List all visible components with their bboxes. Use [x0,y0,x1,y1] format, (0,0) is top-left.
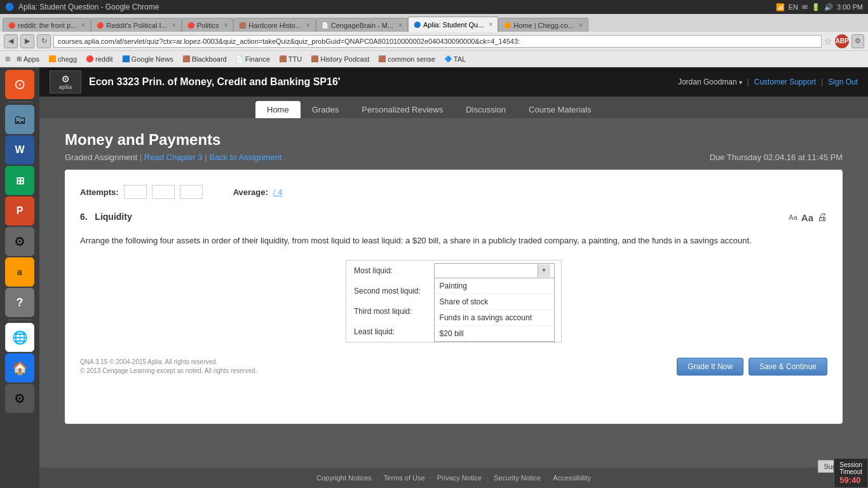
tab-reddit-front[interactable]: 🔴 reddit: the front p... × [3,18,91,32]
tab-discussion[interactable]: Discussion [454,101,517,118]
quiz-container: Attempts: Average: / 4 6. Liquidity Aa A… [65,170,843,424]
tab-reddit-political[interactable]: 🔴 Reddit's Political I... × [91,18,181,32]
ubuntu-icon[interactable]: ⊙ [5,70,34,99]
word-app-icon[interactable]: W [5,135,34,165]
attempt-box-3[interactable] [180,185,203,199]
terms-of-use-link[interactable]: Terms of Use [384,474,425,482]
amazon-app-icon[interactable]: a [5,257,34,287]
read-chapter-link[interactable]: Read Chapter 3 [144,152,203,162]
ttu-icon: 🟫 [279,55,287,62]
tab-close[interactable]: × [489,21,492,28]
history-podcast-icon: 🟫 [311,55,318,62]
files-app-icon[interactable]: 🗂 [5,105,34,134]
star-icon[interactable]: ☆ [824,36,832,46]
page-footer: Copyright Notices · Terms of Use · Priva… [39,468,868,488]
back-to-assignment-link[interactable]: Back to Assignment [209,152,281,162]
ppt-icon: P [17,205,24,217]
bookmark-chegg[interactable]: 🟧 chegg [46,54,79,64]
assignment-meta: Graded Assignment | Read Chapter 3 | Bac… [65,152,843,162]
extensions-btn[interactable]: ⚙ [851,34,864,48]
chrome-app-icon[interactable]: 🌐 [5,323,34,352]
tab-close[interactable]: × [579,22,583,29]
option-painting[interactable]: Painting [435,278,554,294]
system-tray: 📶 EN ✉ 🔋 🔊 3:00 PM [771,0,868,14]
tab-close[interactable]: × [224,22,228,29]
tab-politics[interactable]: 🔴 Politics × [182,18,234,32]
bookmark-apps[interactable]: ⊞ Apps [14,54,42,64]
tab-course-materials[interactable]: Course Materials [517,101,602,118]
forward-btn[interactable]: ▶ [20,34,34,48]
footer-line1: QNA 3.15 © 2004-2015 Aplia. All rights r… [80,358,257,367]
course-title: Econ 3323 Prin. of Money, Credit and Ban… [89,76,341,88]
sign-out-link[interactable]: Sign Out [828,78,858,86]
attempt-box-2[interactable] [152,185,175,199]
main-content: ⊙ aplia Econ 3323 Prin. of Money, Credit… [39,67,868,488]
refresh-btn[interactable]: ↻ [37,34,51,48]
option-share-of-stock[interactable]: Share of stock [435,294,554,310]
settings-app-icon[interactable]: ⚙ [5,384,34,413]
tab-personalized-reviews[interactable]: Personalized Reviews [350,101,454,118]
copyright-notices-link[interactable]: Copyright Notices [316,474,372,482]
tab-close[interactable]: × [306,22,310,29]
files-icon: 🗂 [13,112,26,127]
bookmark-google-news[interactable]: 🟦 Google News [119,54,176,64]
accessibility-link[interactable]: Accessibility [553,474,591,482]
average-label: Average: [233,187,268,197]
tab-grades[interactable]: Grades [301,101,351,118]
abp-icon[interactable]: ABP [835,34,849,48]
bookmark-blackboard[interactable]: 🟫 Blackboard [180,54,229,64]
tab-cengagebrain[interactable]: 📄 CengageBrain - M... × [316,18,408,32]
tab-chegg[interactable]: 🟠 Home | Chegg.co... × [498,18,588,32]
tab-label: Aplia: Student Qu... [423,21,484,29]
tab-home[interactable]: Home [255,101,301,118]
house-app-icon[interactable]: 🏠 [5,353,34,383]
option-20-bill[interactable]: $20 bill [435,326,554,341]
clock: 3:00 PM [837,3,863,11]
option-funds-savings[interactable]: Funds in a savings account [435,310,554,326]
save-continue-button[interactable]: Save & Continue [749,358,827,376]
ppt-app-icon[interactable]: P [5,196,34,226]
privacy-notice-link[interactable]: Privacy Notice [437,474,482,482]
common-sense-icon: 🟫 [378,55,386,62]
customer-support-link[interactable]: Customer Support [754,78,816,86]
bookmark-finance[interactable]: 📄 Finance [233,54,273,64]
bookmark-ttu[interactable]: 🟫 TTU [276,54,304,64]
address-bar[interactable] [53,35,822,48]
assignment-title: Money and Payments [65,131,843,149]
dropdown-arrow-btn[interactable]: ▼ [538,264,550,277]
help-app-icon[interactable]: ? [5,288,34,317]
print-icon[interactable]: 🖨 [817,212,827,223]
security-notice-link[interactable]: Security Notice [494,474,541,482]
meta-right: Due Thursday 02.04.16 at 11:45 PM [710,152,843,162]
bookmark-tal[interactable]: 🔷 TAL [442,54,468,64]
font-large-btn[interactable]: Aa [801,212,813,223]
sheets-app-icon[interactable]: ⊞ [5,166,34,195]
dropdown-arrow-icon: ▾ [739,79,742,86]
quiz-footer: QNA 3.15 © 2004-2015 Aplia. All rights r… [80,358,827,376]
aplia-logo-text: aplia [59,84,72,90]
user-dropdown[interactable]: Jordan Goodman ▾ [678,78,742,86]
separator-2: | [821,78,823,86]
aplia-logo-icon: ⊙ [62,74,69,84]
bookmark-common-sense[interactable]: 🟫 common sense [376,54,438,64]
tab-close[interactable]: × [81,22,85,29]
left-sidebar: ⊙ 🗂 W ⊞ P ⚙ a ? 🌐 🏠 ⚙ [0,67,39,488]
bookmark-reddit[interactable]: 🔴 reddit [83,54,116,64]
house-icon: 🏠 [12,360,28,376]
meta-left: Graded Assignment | Read Chapter 3 | Bac… [65,152,281,162]
most-liquid-dropdown[interactable]: ▼ [434,263,555,278]
grade-it-now-button[interactable]: Grade It Now [677,358,743,376]
average-value[interactable]: / 4 [273,187,282,197]
tab-label: Hardcore Histo... [248,22,301,29]
assignment-type: Graded Assignment [65,152,137,162]
tab-hardcore-histo[interactable]: 🟫 Hardcore Histo... × [233,18,315,32]
tab-aplia-active[interactable]: 🔵 Aplia: Student Qu... × [408,17,498,32]
attempt-box-1[interactable] [124,185,147,199]
tab-close[interactable]: × [172,22,176,29]
config-app-icon[interactable]: ⚙ [5,227,34,256]
bookmark-history-podcast[interactable]: 🟫 History Podcast [308,54,372,64]
font-small-btn[interactable]: Aa [789,214,797,221]
tab-close[interactable]: × [398,22,402,29]
back-btn[interactable]: ◀ [4,34,18,48]
most-liquid-control: ▼ Painting Share of stock Funds in a sav… [430,261,561,281]
